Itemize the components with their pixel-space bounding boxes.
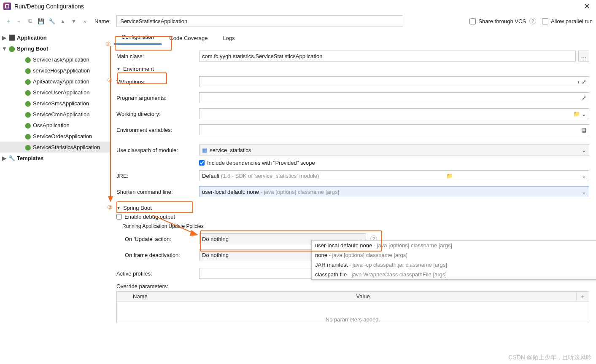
more-button[interactable]: » (80, 16, 89, 26)
remove-button[interactable]: − (14, 16, 24, 26)
th-name[interactable]: Name (129, 293, 353, 300)
wrench-icon[interactable]: 🔧 (47, 16, 57, 26)
tree-label: Application (17, 35, 47, 41)
chevron-down-icon: ⌄ (582, 189, 586, 195)
tree-item-selected[interactable]: ⬤ServiceStatisticsApplication (0, 142, 110, 153)
tabs: Configuration Code Coverage Logs (114, 29, 596, 45)
tree-item[interactable]: ⬤ServiceSmsApplication (0, 98, 110, 109)
env-vars-label: Environment variables: (116, 127, 199, 133)
section-label: Environment (123, 66, 154, 72)
copy-button[interactable]: ⧉ (25, 16, 35, 26)
tree-application[interactable]: ▶ ⬛ Application (0, 32, 110, 43)
working-dir-field[interactable]: 📁⌄ (199, 108, 589, 119)
expand-icon[interactable]: ⤢ (582, 95, 586, 101)
chevron-down-icon: ▼ (116, 206, 121, 210)
app-icon (3, 3, 11, 10)
tree-label: Spring Boot (17, 46, 48, 52)
expand-icon[interactable]: ⤢ (582, 79, 586, 85)
share-vcs-box[interactable] (469, 18, 476, 24)
working-dir-label: Working directory: (116, 111, 199, 117)
spring-boot-icon: ⬤ (24, 78, 31, 85)
tree-item[interactable]: ⬤ServiceTaskApplication (0, 54, 110, 65)
watermark: CSDN @陌上少年，且听这风吟 (508, 354, 592, 361)
program-args-field[interactable]: ⤢ (199, 92, 589, 103)
dd-item[interactable]: JAR manifest - java -cp classpath.jar cl… (312, 260, 596, 270)
enable-debug-checkbox[interactable] (116, 214, 122, 219)
folder-icon[interactable]: 📁 (446, 173, 453, 179)
svg-line-2 (152, 215, 194, 233)
dd-item[interactable]: classpath file - java WrapperClass class… (312, 270, 596, 279)
list-icon[interactable]: ▤ (581, 127, 586, 133)
tree-label: Templates (17, 155, 43, 161)
tree-templates[interactable]: ▶ 🔧 Templates (0, 153, 110, 163)
tab-code-coverage[interactable]: Code Coverage (162, 32, 215, 45)
table-empty: No parameters added. (117, 302, 589, 323)
titlebar: Run/Debug Configurations ✕ (0, 0, 596, 13)
arrow-diag-icon (152, 215, 198, 238)
name-input[interactable] (116, 15, 403, 27)
main-panel: Configuration Code Coverage Logs Main cl… (110, 29, 596, 364)
shorten-label: Shorten command line: (116, 189, 199, 195)
classpath-label: Use classpath of module: (116, 147, 199, 153)
chevron-down-icon[interactable]: ⌄ (582, 111, 586, 117)
vm-options-field[interactable]: +⤢ (199, 76, 589, 87)
section-label: Spring Boot (123, 205, 152, 211)
browse-button[interactable]: … (578, 51, 589, 62)
tree-item[interactable]: ⬤ApiGatewayApplication (0, 76, 110, 87)
tree-item[interactable]: ⬤ServiceUserApplication (0, 87, 110, 98)
add-row-button[interactable]: ＋ (576, 292, 589, 301)
chevron-down-icon: ⌄ (582, 147, 586, 153)
active-profiles-label: Active profiles: (116, 270, 199, 277)
spring-boot-icon: ⬤ (24, 67, 31, 74)
help-icon[interactable]: ? (529, 18, 536, 24)
folder-icon[interactable]: 📁 (573, 111, 580, 117)
spring-boot-icon: ⬤ (24, 133, 31, 139)
include-deps-checkbox[interactable] (199, 160, 205, 166)
main-class-field[interactable]: com.fc.yygh.statistics.ServiceStatistics… (199, 51, 576, 62)
program-args-label: Program arguments: (116, 95, 199, 101)
th-value[interactable]: Value (353, 293, 577, 300)
dd-item[interactable]: none - java [options] classname [args] (312, 250, 596, 260)
save-button[interactable]: 💾 (36, 16, 46, 26)
plus-icon[interactable]: + (577, 79, 580, 85)
up-button[interactable]: ▲ (58, 16, 67, 26)
shorten-dropdown[interactable]: user-local default: none - java [options… (311, 240, 596, 280)
shorten-select[interactable]: user-local default: none - java [options… (199, 186, 589, 197)
classpath-select[interactable]: ▦ service_statistics ⌄ (199, 145, 589, 155)
application-icon: ⬛ (8, 34, 15, 41)
tree-item[interactable]: ⬤ServiceCmnApplication (0, 109, 110, 120)
tree-item[interactable]: ⬤OssApplication (0, 120, 110, 131)
tree-spring-boot[interactable]: ▼ ⬤ Spring Boot (0, 43, 110, 54)
svg-marker-1 (108, 196, 113, 202)
spring-boot-icon: ⬤ (24, 100, 31, 107)
spring-boot-icon: ⬤ (24, 144, 31, 150)
close-icon[interactable]: ✕ (581, 2, 593, 11)
dd-item[interactable]: user-local default: none - java [options… (312, 241, 596, 250)
add-button[interactable]: ＋ (3, 16, 13, 26)
on-frame-label: On frame deactivation: (125, 252, 199, 258)
tree-item[interactable]: ⬤serviceHospApplication (0, 65, 110, 76)
env-vars-field[interactable]: ▤ (199, 124, 589, 135)
config-tree: ▶ ⬛ Application ▼ ⬤ Spring Boot ⬤Service… (0, 29, 110, 364)
environment-section[interactable]: ▼ Environment (116, 66, 589, 72)
down-button[interactable]: ▼ (69, 16, 78, 26)
annotation-3: ③ (107, 204, 113, 211)
chevron-right-icon[interactable]: ▶ (2, 155, 7, 161)
tab-configuration[interactable]: Configuration (114, 30, 162, 45)
chevron-down-icon[interactable]: ▼ (2, 46, 7, 52)
share-vcs-checkbox[interactable]: Share through VCS (469, 18, 526, 24)
override-params-label: Override parameters: (116, 283, 589, 289)
allow-parallel-box[interactable] (542, 18, 548, 24)
arrow-down-icon (108, 46, 113, 202)
tree-item[interactable]: ⬤ServiceOrderApplication (0, 131, 110, 142)
allow-parallel-label: Allow parallel run (551, 18, 593, 24)
window-title: Run/Debug Configurations (14, 3, 581, 10)
chevron-right-icon[interactable]: ▶ (2, 35, 7, 41)
jre-select[interactable]: Default (1.8 - SDK of 'service_statistic… (199, 170, 589, 181)
share-vcs-label: Share through VCS (478, 18, 526, 24)
springboot-section[interactable]: ▼ Spring Boot (116, 205, 589, 211)
jre-label: JRE: (116, 173, 199, 179)
tab-logs[interactable]: Logs (215, 32, 242, 45)
allow-parallel-checkbox[interactable]: Allow parallel run (542, 18, 593, 24)
main-class-label: Main class: (116, 53, 199, 59)
